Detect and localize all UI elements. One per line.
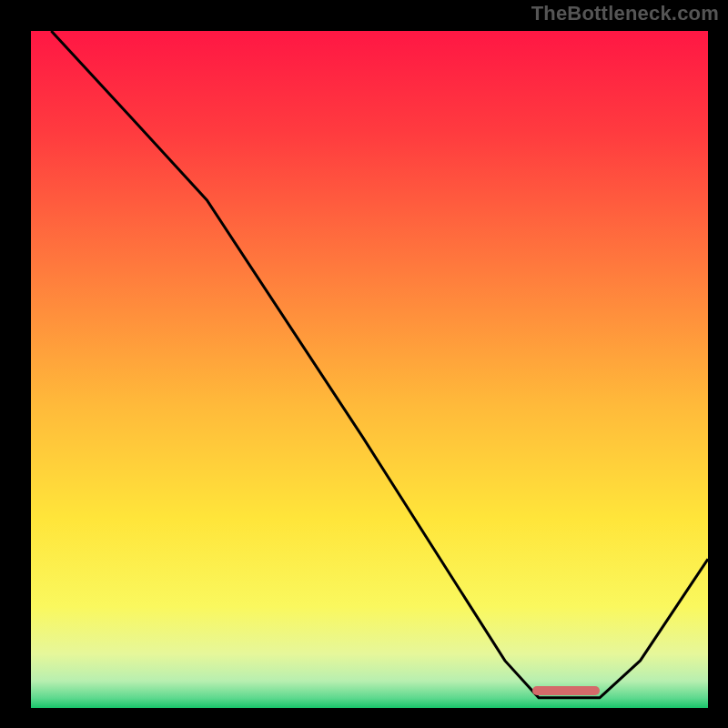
sweet-spot-marker [532,686,600,695]
watermark-text: TheBottleneck.com [531,2,719,25]
bottleneck-curve [31,31,708,708]
plot-area [31,31,708,708]
